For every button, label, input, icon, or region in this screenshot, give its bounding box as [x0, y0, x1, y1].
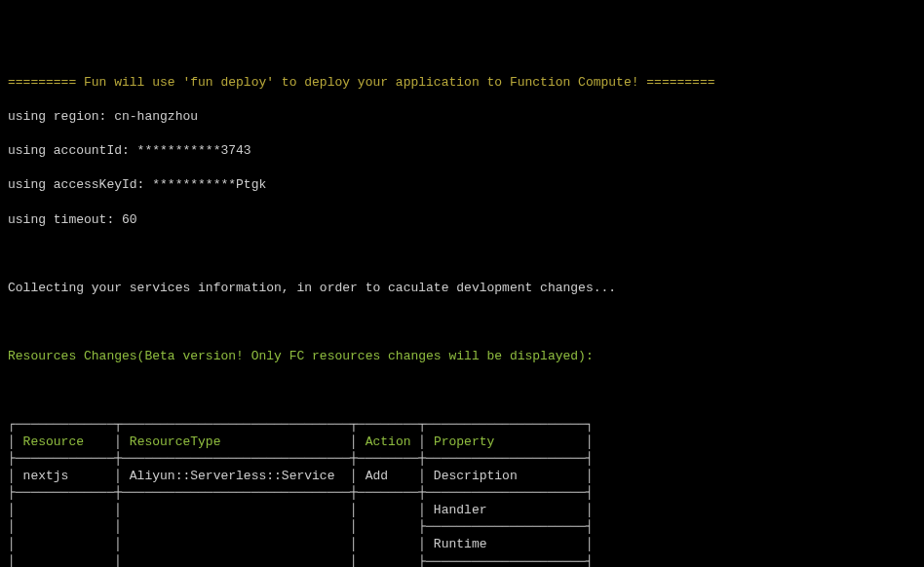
- config-account: using accountId: ***********3743: [8, 142, 916, 160]
- blank-line: [8, 382, 916, 399]
- table-row: ├─────────────┼─────────────────────────…: [8, 484, 916, 502]
- banner-line: ========= Fun will use 'fun deploy' to d…: [8, 74, 916, 92]
- table-row: │ │ │ ├─────────────────────┤: [8, 518, 916, 536]
- config-region: using region: cn-hangzhou: [8, 108, 916, 126]
- blank-line: [8, 246, 916, 263]
- table-row: │ nextjs │ Aliyun::Serverless::Service │…: [8, 468, 916, 485]
- table-row: │ Resource │ ResourceType │ Action │ Pro…: [8, 434, 916, 451]
- config-timeout: using timeout: 60: [8, 211, 916, 229]
- resources-table: ┌─────────────┬─────────────────────────…: [8, 416, 916, 567]
- blank-line: [8, 314, 916, 331]
- table-row: ┌─────────────┬─────────────────────────…: [8, 416, 916, 434]
- config-accesskey: using accessKeyId: ***********Ptgk: [8, 176, 916, 194]
- resources-changes-header: Resources Changes(Beta version! Only FC …: [8, 348, 916, 365]
- table-row: ├─────────────┼─────────────────────────…: [8, 450, 916, 468]
- table-row: │ │ │ │ Handler │: [8, 502, 916, 519]
- table-row: │ │ │ ├─────────────────────┤: [8, 553, 916, 568]
- table-row: │ │ │ │ Runtime │: [8, 536, 916, 553]
- collecting-line: Collecting your services information, in…: [8, 280, 916, 297]
